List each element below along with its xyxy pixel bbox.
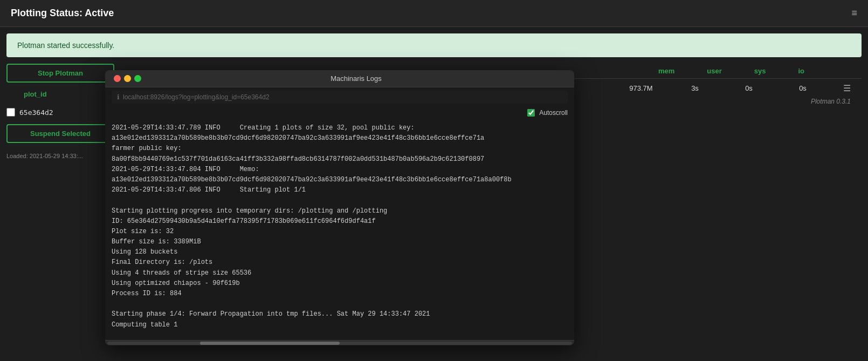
plot-checkbox[interactable] xyxy=(6,108,15,117)
log-content: 2021-05-29T14:33:47.789 INFO Creating 1 … xyxy=(105,119,574,340)
plot-id-value: 65e364d2 xyxy=(19,108,53,117)
log-line: 2021-05-29T14:33:47.806 INFO Starting pl… xyxy=(112,185,568,195)
modal-title: Machinaris Logs xyxy=(147,74,566,83)
plot-row: 65e364d2 xyxy=(6,106,114,119)
loaded-timestamp: Loaded: 2021-05-29 14:33:... xyxy=(6,153,114,159)
page-title: Plotting Status: Active xyxy=(11,8,114,19)
log-line xyxy=(112,299,568,309)
log-line: Using 4 threads of stripe size 65536 xyxy=(112,268,568,278)
log-line: farmer public key: xyxy=(112,144,568,154)
minimize-window-button[interactable] xyxy=(124,75,131,82)
io-value: 0s xyxy=(784,84,822,92)
modal-titlebar: Machinaris Logs xyxy=(105,70,574,87)
autoscroll-label: Autoscroll xyxy=(539,109,568,117)
autoscroll-checkbox[interactable] xyxy=(527,109,535,117)
suspend-selected-button[interactable]: Suspend Selected xyxy=(6,124,114,143)
maximize-window-button[interactable] xyxy=(134,75,141,82)
traffic-lights xyxy=(114,75,141,82)
log-line: Starting phase 1/4: Forward Propagation … xyxy=(112,309,568,319)
sys-header: sys xyxy=(754,67,766,75)
mem-value: 973.7M xyxy=(622,84,660,92)
log-line: Process ID is: 884 xyxy=(112,289,568,299)
row-actions-icon[interactable]: ☰ xyxy=(843,83,851,93)
scrollbar-track[interactable] xyxy=(107,342,572,345)
log-line xyxy=(112,195,568,206)
info-icon: ℹ xyxy=(117,93,120,101)
user-value: 3s xyxy=(676,84,714,92)
plot-table-header: plot_id xyxy=(6,88,114,100)
log-line: Buffer size is: 3389MiB xyxy=(112,237,568,247)
log-line: 8a00f8bb9440769e1c537f701da6163ca41ff3b3… xyxy=(112,154,568,165)
stop-plotman-button[interactable]: Stop Plotman xyxy=(6,64,114,83)
log-line: Final Directory is: /plots xyxy=(112,257,568,268)
log-line: Starting plotting progress into temporar… xyxy=(112,206,568,216)
menu-icon[interactable]: ≡ xyxy=(851,8,857,19)
plot-id-column-header: plot_id xyxy=(24,90,47,98)
log-line: Computing table 1 xyxy=(112,320,568,330)
log-line: Using 128 buckets xyxy=(112,247,568,257)
log-line: 2021-05-29T14:33:47.804 INFO Memo: xyxy=(112,165,568,175)
log-line: ID: 65e364d27599430b9a5d4a10effa778395f7… xyxy=(112,216,568,227)
log-line: Using optimized chiapos - 90f619b xyxy=(112,278,568,289)
log-line: a13e012ed1393312a70b589be8b3b07cd9dcf6d9… xyxy=(112,133,568,144)
banner-message: Plotman started successfully. xyxy=(17,41,114,50)
user-header: user xyxy=(707,67,721,75)
url-text: localhost:8926/logs?log=plotting&log_id=… xyxy=(123,93,270,101)
log-line: 2021-05-29T14:33:47.789 INFO Creating 1 … xyxy=(112,123,568,133)
success-banner: Plotman started successfully. xyxy=(6,33,862,57)
url-bar: ℹ localhost:8926/logs?log=plotting&log_i… xyxy=(112,91,568,104)
app-header: Plotting Status: Active ≡ xyxy=(0,0,868,27)
io-header: io xyxy=(798,67,804,75)
log-line: Plot size is: 32 xyxy=(112,227,568,237)
log-line: a13e012ed1393312a70b589be8b3b07cd9dcf6d9… xyxy=(112,175,568,185)
close-window-button[interactable] xyxy=(114,75,121,82)
mem-header: mem xyxy=(658,67,674,75)
sys-value: 0s xyxy=(730,84,768,92)
modal-toolbar: Autoscroll xyxy=(105,107,574,119)
horizontal-scrollbar[interactable] xyxy=(105,340,574,345)
log-modal: Machinaris Logs ℹ localhost:8926/logs?lo… xyxy=(105,70,574,345)
sidebar: Stop Plotman plot_id 65e364d2 Suspend Se… xyxy=(6,64,114,361)
scrollbar-thumb[interactable] xyxy=(200,342,340,345)
